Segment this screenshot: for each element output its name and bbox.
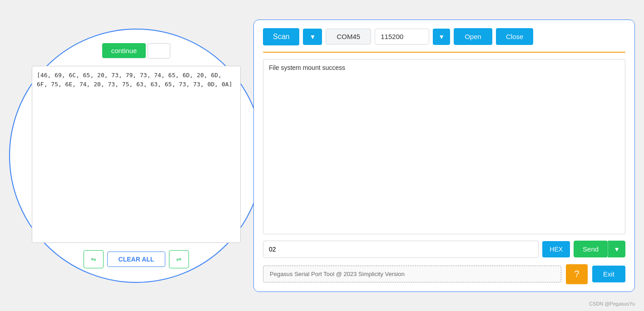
circle-bottom-row: ⇋ CLEAR ALL ⇌ bbox=[84, 250, 189, 268]
send-button[interactable]: Send bbox=[574, 241, 608, 257]
chevron-down-icon-baud: ▼ bbox=[438, 33, 445, 40]
scan-button[interactable]: Scan bbox=[263, 28, 299, 45]
orange-divider bbox=[263, 52, 625, 53]
continue-row: continue bbox=[102, 43, 171, 59]
open-button[interactable]: Open bbox=[454, 28, 492, 45]
left-icon: ⇋ bbox=[91, 256, 96, 263]
send-row: HEX Send ▼ bbox=[263, 241, 625, 258]
chevron-down-icon-send: ▼ bbox=[614, 246, 620, 253]
exit-button[interactable]: Exit bbox=[592, 266, 625, 282]
right-icon-button[interactable]: ⇌ bbox=[169, 250, 189, 268]
main-container: continue [46, 69, 6C, 65, 20, 73, 79, 73… bbox=[0, 0, 644, 311]
right-panel: Scan ▼ COM45 ▼ Open Close File system mo… bbox=[253, 20, 635, 292]
send-input[interactable] bbox=[263, 241, 539, 258]
hex-button[interactable]: HEX bbox=[542, 241, 570, 257]
left-icon-button[interactable]: ⇋ bbox=[84, 250, 104, 268]
send-group: Send ▼ bbox=[574, 241, 625, 257]
hex-display: [46, 69, 6C, 65, 20, 73, 79, 73, 74, 65,… bbox=[32, 66, 241, 243]
bottom-bar: Pegasus Serial Port Tool @ 2023 Simplici… bbox=[263, 264, 625, 284]
question-mark-icon: ? bbox=[574, 269, 579, 279]
chevron-down-icon: ▼ bbox=[309, 33, 316, 40]
status-box: Pegasus Serial Port Tool @ 2023 Simplici… bbox=[263, 266, 561, 282]
continue-input[interactable] bbox=[148, 43, 170, 59]
baud-dropdown-button[interactable]: ▼ bbox=[433, 29, 450, 45]
watermark: CSDN @PegasusYu bbox=[589, 301, 635, 306]
com-port-display: COM45 bbox=[326, 29, 371, 44]
output-text: File system mount success bbox=[269, 64, 345, 71]
top-bar: Scan ▼ COM45 ▼ Open Close bbox=[263, 28, 625, 45]
help-button[interactable]: ? bbox=[566, 264, 588, 284]
circle-inner: continue [46, 69, 6C, 65, 20, 73, 79, 73… bbox=[35, 43, 238, 268]
circle-panel: continue [46, 69, 6C, 65, 20, 73, 79, 73… bbox=[9, 29, 263, 283]
send-dropdown-button[interactable]: ▼ bbox=[608, 241, 625, 257]
continue-button[interactable]: continue bbox=[102, 43, 146, 58]
output-area: File system mount success bbox=[263, 59, 625, 234]
scan-dropdown-button[interactable]: ▼ bbox=[303, 29, 322, 45]
baud-rate-input[interactable] bbox=[375, 29, 429, 44]
close-button[interactable]: Close bbox=[496, 28, 533, 45]
right-icon: ⇌ bbox=[176, 256, 182, 263]
clear-all-button[interactable]: CLEAR ALL bbox=[107, 252, 166, 267]
